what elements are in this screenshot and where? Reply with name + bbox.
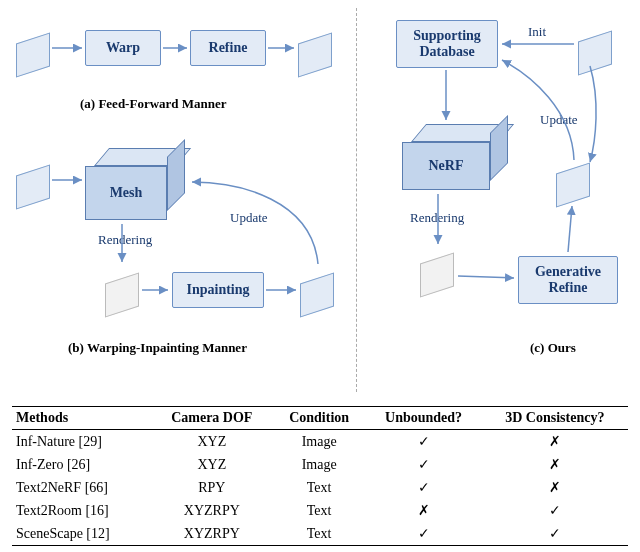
output-tile-b <box>300 272 334 317</box>
table-row: Inf-Zero [26] XYZ Image ✓ ✗ <box>12 453 628 476</box>
init-label-c: Init <box>528 24 546 40</box>
init-tile-c <box>578 30 612 75</box>
cell-method: Inf-Zero [26] <box>12 453 151 476</box>
rendered-tile-c <box>420 252 454 297</box>
th-unbounded: Unbounded? <box>366 407 482 430</box>
cell-cond: Image <box>273 430 366 454</box>
cell-cons: ✗ <box>482 430 628 454</box>
th-condition: Condition <box>273 407 366 430</box>
rendered-tile-b <box>105 272 139 317</box>
refine-block: Refine <box>190 30 266 66</box>
comparison-table-wrap: Methods Camera DOF Condition Unbounded? … <box>0 400 640 552</box>
diagram-area: Warp Refine (a) Feed-Forward Manner Mesh… <box>0 0 640 400</box>
cell-dof: XYZ <box>151 430 273 454</box>
input-tile-b <box>16 164 50 209</box>
output-tile-a <box>298 32 332 77</box>
cell-dof: XYZRPY <box>151 499 273 522</box>
cell-unb: ✗ <box>366 499 482 522</box>
generative-refine-label: Generative Refine <box>535 264 601 296</box>
cell-cond: Text <box>273 522 366 546</box>
cell-method: Ours <box>12 546 151 553</box>
table-body: Inf-Nature [29] XYZ Image ✓ ✗ Inf-Zero [… <box>12 430 628 553</box>
cell-unb: ✓ <box>366 546 482 553</box>
cell-cond: Text <box>273 476 366 499</box>
inpainting-block: Inpainting <box>172 272 264 308</box>
nerf-label: NeRF <box>429 158 464 174</box>
cell-method: SceneScape [12] <box>12 522 151 546</box>
table-header-row: Methods Camera DOF Condition Unbounded? … <box>12 407 628 430</box>
rendering-label-b: Rendering <box>98 232 152 248</box>
inpainting-label: Inpainting <box>186 282 249 298</box>
input-tile-a <box>16 32 50 77</box>
caption-b: (b) Warping-Inpainting Manner <box>68 340 247 356</box>
table-row-ours: Ours XYZRPY Text ✓ ✓ <box>12 546 628 553</box>
cell-unb: ✓ <box>366 453 482 476</box>
cell-unb: ✓ <box>366 430 482 454</box>
cell-unb: ✓ <box>366 522 482 546</box>
th-methods: Methods <box>12 407 151 430</box>
cell-method: Text2Room [16] <box>12 499 151 522</box>
mesh-label: Mesh <box>110 185 143 201</box>
table-row: Text2Room [16] XYZRPY Text ✗ ✓ <box>12 499 628 522</box>
cell-dof: XYZ <box>151 453 273 476</box>
refine-label: Refine <box>209 40 248 56</box>
vertical-divider <box>356 8 357 392</box>
svg-line-10 <box>458 276 514 278</box>
comparison-table: Methods Camera DOF Condition Unbounded? … <box>12 406 628 552</box>
cell-cons: ✓ <box>482 546 628 553</box>
supporting-database-block: Supporting Database <box>396 20 498 68</box>
table-row: SceneScape [12] XYZRPY Text ✓ ✓ <box>12 522 628 546</box>
cell-cond: Text <box>273 546 366 553</box>
table-row: Text2NeRF [66] RPY Text ✓ ✗ <box>12 476 628 499</box>
generative-refine-block: Generative Refine <box>518 256 618 304</box>
svg-line-11 <box>568 206 572 252</box>
cell-cons: ✓ <box>482 522 628 546</box>
cell-method: Text2NeRF [66] <box>12 476 151 499</box>
cell-cond: Image <box>273 453 366 476</box>
cell-dof: RPY <box>151 476 273 499</box>
caption-c: (c) Ours <box>530 340 576 356</box>
cell-dof: XYZRPY <box>151 522 273 546</box>
th-3d-cons: 3D Consistency? <box>482 407 628 430</box>
warp-block: Warp <box>85 30 161 66</box>
cell-cons: ✓ <box>482 499 628 522</box>
supporting-database-label: Supporting Database <box>413 28 481 60</box>
update-label-c: Update <box>540 112 578 128</box>
cell-method: Inf-Nature [29] <box>12 430 151 454</box>
th-camera-dof: Camera DOF <box>151 407 273 430</box>
cell-unb: ✓ <box>366 476 482 499</box>
cell-cons: ✗ <box>482 453 628 476</box>
update-tile-c <box>556 162 590 207</box>
cell-cons: ✗ <box>482 476 628 499</box>
cell-dof: XYZRPY <box>151 546 273 553</box>
cell-cond: Text <box>273 499 366 522</box>
rendering-label-c: Rendering <box>410 210 464 226</box>
warp-label: Warp <box>106 40 140 56</box>
caption-a: (a) Feed-Forward Manner <box>80 96 227 112</box>
update-label-b: Update <box>230 210 268 226</box>
table-row: Inf-Nature [29] XYZ Image ✓ ✗ <box>12 430 628 454</box>
